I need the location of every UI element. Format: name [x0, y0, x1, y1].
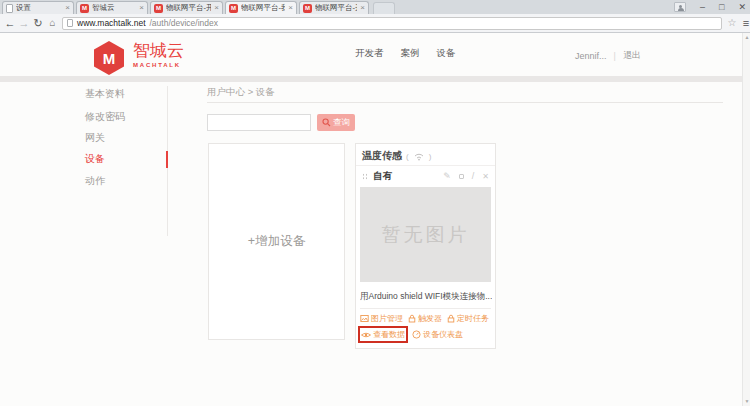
- timer-lock-icon: [447, 314, 455, 323]
- bookmark-star-icon[interactable]: ☆: [725, 14, 739, 32]
- page-viewport: M 智城云 MACHTALK 开发者 案例 设备 Jennif... | 退出 …: [0, 33, 750, 406]
- browser-tab-my-devices-active[interactable]: M 物联网平台-我的设备 ×: [225, 1, 297, 14]
- breadcrumb-rule: [207, 102, 723, 103]
- nav-item-devices[interactable]: 设备: [437, 47, 456, 60]
- device-image-placeholder: 暂无图片: [360, 187, 491, 282]
- logo-subtitle: MACHTALK: [133, 62, 184, 68]
- scroll-up-icon[interactable]: ▲: [743, 33, 750, 42]
- card-toolbar: ✎ / ✕: [443, 172, 489, 181]
- device-description: 用Arduino shield WIFI模块连接物...: [360, 291, 492, 303]
- device-card: 温度传感 ( ) 自有 ✎ / ✕: [355, 143, 496, 349]
- device-name-row: 温度传感 ( ): [362, 149, 431, 163]
- breadcrumb-current: 设备: [256, 86, 275, 97]
- username[interactable]: Jennif...: [575, 51, 607, 61]
- page-favicon-icon: [6, 4, 13, 13]
- window-controls: – □ ✕: [674, 0, 746, 14]
- card-divider: [356, 165, 495, 166]
- sidebar-item-basic-info[interactable]: 基本资料: [85, 88, 125, 100]
- breadcrumb-parent[interactable]: 用户中心: [207, 86, 245, 97]
- timed-task-link[interactable]: 定时任务: [447, 313, 489, 324]
- home-button[interactable]: ⌂: [45, 14, 60, 32]
- no-image-label: 暂无图片: [382, 222, 470, 248]
- chrome-menu-icon[interactable]: ≡: [739, 14, 750, 32]
- nav-item-cases[interactable]: 案例: [401, 47, 420, 60]
- minimize-button[interactable]: –: [700, 0, 705, 14]
- url-path: /auth/device/index: [150, 18, 219, 28]
- nav-item-developer[interactable]: 开发者: [355, 47, 384, 60]
- browser-toolbar: ← → ↻ ⌂ www.machtalk.net /auth/device/in…: [0, 14, 750, 33]
- sidebar-item-actions[interactable]: 动作: [85, 175, 105, 187]
- tab-close-icon[interactable]: ×: [65, 4, 70, 12]
- browser-tab-register-2[interactable]: M 物联网平台-开发者-注册 ×: [299, 1, 369, 14]
- search-icon: [322, 118, 331, 127]
- maximize-button[interactable]: □: [719, 0, 724, 14]
- edit-pencil-icon[interactable]: ✎: [443, 172, 451, 181]
- sidebar-item-change-password[interactable]: 修改密码: [85, 111, 125, 123]
- reload-button[interactable]: ↻: [31, 14, 45, 32]
- picture-icon: [360, 314, 369, 323]
- sidebar-item-gateway[interactable]: 网关: [85, 132, 105, 144]
- tab-title: 物联网平台-开发者-注册: [166, 3, 211, 13]
- tab-strip: 设置 × M 智城云 × M 物联网平台-开发者-注册 × M 物联网平台-我的…: [0, 0, 750, 14]
- logo-title: 智城云: [133, 41, 184, 60]
- gauge-icon: [412, 330, 421, 339]
- device-dashboard-link[interactable]: 设备仪表盘: [412, 329, 463, 340]
- add-device-card[interactable]: +增加设备: [208, 143, 345, 340]
- device-name: 温度传感: [362, 149, 402, 163]
- new-tab-button[interactable]: [373, 2, 395, 14]
- url-host: www.machtalk.net: [77, 18, 146, 28]
- browser-tab-machtalk-home[interactable]: M 智城云 ×: [76, 1, 148, 14]
- machtalk-favicon-icon: M: [229, 4, 238, 13]
- ownership-label: 自有: [373, 170, 392, 183]
- device-links-row-2: 查看数据 设备仪表盘: [358, 326, 463, 343]
- image-management-link[interactable]: 图片管理: [360, 313, 403, 324]
- header-divider-band: [0, 76, 742, 82]
- page-icon: [67, 19, 73, 27]
- machtalk-favicon-icon: M: [154, 4, 163, 13]
- close-button[interactable]: ✕: [738, 0, 746, 14]
- trigger-link[interactable]: 触发器: [408, 313, 442, 324]
- sidebar-item-devices[interactable]: 设备: [85, 153, 105, 165]
- logo-hexagon-icon: M: [94, 41, 124, 75]
- delete-icon[interactable]: ✕: [482, 173, 489, 181]
- tab-title: 设置: [16, 3, 62, 13]
- device-links-row-1: 图片管理 触发器 定时任务: [360, 313, 489, 324]
- red-highlight-box: 查看数据: [358, 326, 408, 343]
- grid-icon: [362, 173, 369, 180]
- forward-button[interactable]: →: [17, 14, 31, 32]
- search-button-label: 查询: [333, 117, 350, 129]
- profile-icon[interactable]: [674, 2, 686, 12]
- page-scrollbar[interactable]: ▲ ▼: [742, 33, 750, 406]
- browser-tab-register[interactable]: M 物联网平台-开发者-注册 ×: [150, 1, 223, 14]
- eye-icon: [361, 331, 371, 339]
- logout-link[interactable]: 退出: [623, 49, 641, 62]
- machtalk-favicon-icon: M: [303, 4, 312, 13]
- ownership-row: 自有 ✎ / ✕: [362, 170, 489, 183]
- scroll-down-icon[interactable]: ▼: [743, 397, 750, 406]
- back-button[interactable]: ←: [3, 14, 17, 32]
- view-data-link[interactable]: 查看数据: [361, 329, 405, 340]
- divider: |: [614, 51, 616, 61]
- copy-icon[interactable]: [459, 174, 464, 179]
- tab-close-icon[interactable]: ×: [360, 4, 365, 12]
- user-area: Jennif... | 退出: [575, 49, 641, 62]
- machtalk-favicon-icon: M: [80, 4, 89, 13]
- breadcrumb-separator: >: [248, 86, 254, 97]
- tab-close-icon[interactable]: ×: [139, 4, 144, 12]
- machtalk-logo[interactable]: M 智城云 MACHTALK: [94, 41, 184, 75]
- search-input[interactable]: [207, 114, 311, 131]
- browser-window: 设置 × M 智城云 × M 物联网平台-开发者-注册 × M 物联网平台-我的…: [0, 0, 750, 406]
- tab-close-icon[interactable]: ×: [214, 4, 219, 12]
- site-header: M 智城云 MACHTALK 开发者 案例 设备 Jennif... | 退出: [0, 33, 742, 76]
- sidebar-active-indicator: [166, 151, 168, 168]
- tab-close-icon[interactable]: ×: [288, 4, 293, 12]
- top-navigation: 开发者 案例 设备: [355, 47, 456, 60]
- address-bar[interactable]: www.machtalk.net /auth/device/index: [62, 17, 722, 30]
- wifi-status-icon: [413, 152, 425, 161]
- search-button[interactable]: 查询: [317, 114, 355, 131]
- tab-title: 物联网平台-我的设备: [241, 3, 285, 13]
- trigger-lock-icon: [408, 314, 416, 323]
- card-divider: [360, 308, 491, 309]
- share-icon[interactable]: /: [472, 172, 475, 181]
- browser-tab-settings[interactable]: 设置 ×: [2, 1, 74, 14]
